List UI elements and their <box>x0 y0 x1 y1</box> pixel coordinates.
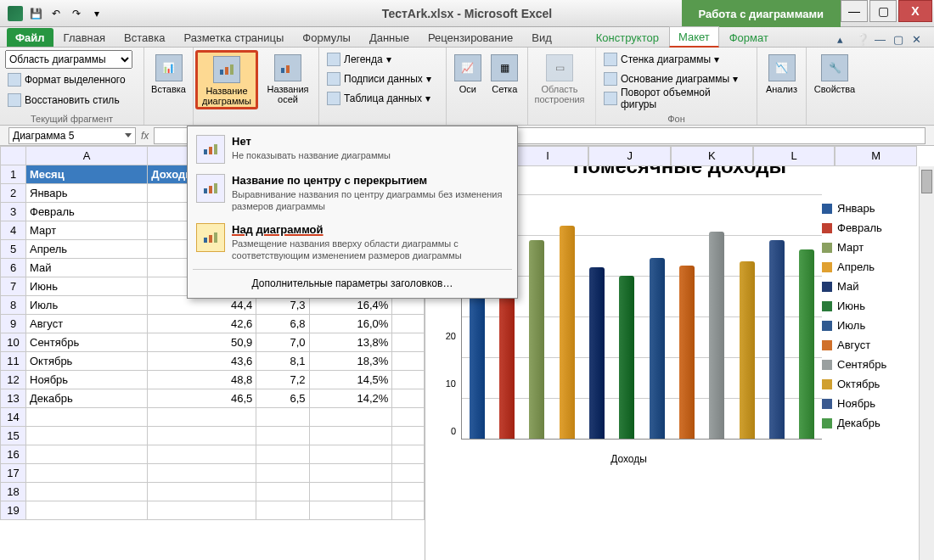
tab-data[interactable]: Данные <box>361 28 418 47</box>
chart-bar[interactable] <box>560 226 575 439</box>
legend-item[interactable]: Январь <box>822 202 924 215</box>
menu-item-none[interactable]: НетНе показывать название диаграммы <box>188 130 517 169</box>
close-button[interactable]: X <box>898 0 932 22</box>
chart-bar[interactable] <box>589 267 605 439</box>
tab-design[interactable]: Конструктор <box>588 28 667 47</box>
axis-titles-button[interactable]: Названия осей <box>262 50 314 109</box>
menu-item-centered-overlay[interactable]: Название по центру с перекрытиемВыравнив… <box>188 169 517 218</box>
window-title: ТестArk.xlsx - Microsoft Excel <box>382 7 553 20</box>
chart-legend[interactable]: ЯнварьФевральМартАпрельМайИюньИюльАвгуст… <box>822 185 924 465</box>
tab-format[interactable]: Формат <box>721 28 777 47</box>
doc-close-icon[interactable]: ✕ <box>912 33 926 47</box>
svg-rect-5 <box>204 149 207 154</box>
legend-button[interactable]: Легенда ▾ <box>324 50 394 69</box>
gridlines-button[interactable]: ▦Сетка <box>487 50 522 109</box>
legend-item[interactable]: Август <box>822 339 924 351</box>
chart-x-label: Доходы <box>436 453 822 465</box>
svg-rect-9 <box>209 186 212 193</box>
help-icon[interactable]: ❔ <box>856 33 869 47</box>
chart-bar[interactable] <box>679 266 695 439</box>
svg-rect-12 <box>209 235 212 243</box>
svg-rect-13 <box>214 232 217 243</box>
chevron-down-icon[interactable] <box>125 133 132 137</box>
axes-button[interactable]: 📈Оси <box>452 50 484 109</box>
svg-rect-8 <box>204 188 207 193</box>
tab-home[interactable]: Главная <box>55 28 114 47</box>
svg-rect-0 <box>220 70 223 75</box>
svg-rect-10 <box>214 183 217 193</box>
data-table-button[interactable]: Таблица данных ▾ <box>324 89 433 108</box>
legend-item[interactable]: Ноябрь <box>822 397 924 410</box>
chart-center-icon <box>196 174 225 203</box>
3d-rotation-button[interactable]: Поворот объемной фигуры <box>601 89 751 108</box>
tab-page-layout[interactable]: Разметка страницы <box>175 28 292 47</box>
scrollbar-thumb[interactable] <box>921 170 932 193</box>
svg-rect-4 <box>286 65 290 73</box>
tab-layout[interactable]: Макет <box>669 26 719 48</box>
name-box[interactable]: Диаграмма 5 <box>8 127 136 144</box>
undo-icon[interactable]: ↶ <box>48 5 65 22</box>
title-bar: 💾 ↶ ↷ ▾ ТестArk.xlsx - Microsoft Excel Р… <box>0 0 934 27</box>
ribbon-body: Область диаграммы Формат выделенного Вос… <box>0 48 934 126</box>
ribbon-tab-strip: Файл Главная Вставка Разметка страницы Ф… <box>0 27 934 48</box>
tab-insert[interactable]: Вставка <box>115 28 173 47</box>
chart-bar[interactable] <box>769 240 785 439</box>
menu-more-options[interactable]: Дополнительные параметры заголовков… <box>188 272 517 294</box>
analysis-button[interactable]: 📉Анализ <box>762 50 801 109</box>
properties-button[interactable]: 🔧Свойства <box>812 50 858 109</box>
svg-rect-2 <box>230 64 234 75</box>
qat-customize-icon[interactable]: ▾ <box>88 5 105 22</box>
chart-floor-button[interactable]: Основание диаграммы ▾ <box>601 70 740 88</box>
svg-rect-3 <box>281 68 284 73</box>
tab-review[interactable]: Рецензирование <box>419 28 521 47</box>
chart-bar[interactable] <box>709 232 724 439</box>
vertical-scrollbar[interactable] <box>919 166 934 560</box>
chart-bar[interactable] <box>619 276 634 439</box>
save-icon[interactable]: 💾 <box>27 5 44 22</box>
fx-icon[interactable]: fx <box>141 130 149 142</box>
redo-icon[interactable]: ↷ <box>68 5 85 22</box>
legend-item[interactable]: Март <box>822 241 924 254</box>
chart-bar[interactable] <box>529 240 544 439</box>
legend-item[interactable]: Октябрь <box>822 378 924 390</box>
group-current-selection: Текущий фрагмент <box>5 112 138 124</box>
insert-button[interactable]: 📊Вставка <box>149 50 188 109</box>
maximize-button[interactable]: ▢ <box>869 0 897 22</box>
doc-minimize-icon[interactable]: — <box>875 33 888 47</box>
data-labels-button[interactable]: Подписи данных ▾ <box>324 70 434 88</box>
chart-bar[interactable] <box>799 249 814 439</box>
tab-formulas[interactable]: Формулы <box>294 28 359 47</box>
legend-item[interactable]: Декабрь <box>822 417 924 429</box>
doc-restore-icon[interactable]: ▢ <box>893 33 907 47</box>
legend-item[interactable]: Июнь <box>822 300 924 312</box>
legend-item[interactable]: Сентябрь <box>822 358 924 371</box>
chart-title-button[interactable]: Название диаграммы <box>195 50 258 109</box>
legend-item[interactable]: Февраль <box>822 221 924 234</box>
chart-tools-title: Работа с диаграммами <box>682 0 841 27</box>
legend-item[interactable]: Май <box>822 280 924 293</box>
svg-rect-7 <box>214 144 217 154</box>
reset-style-button[interactable]: Восстановить стиль <box>5 91 122 109</box>
plot-area-button: ▭Область построения <box>533 50 586 109</box>
chart-wall-button[interactable]: Стенка диаграммы ▾ <box>601 50 722 69</box>
chart-none-icon <box>196 135 225 164</box>
svg-rect-1 <box>225 67 228 75</box>
tab-file[interactable]: Файл <box>7 28 53 47</box>
minimize-button[interactable]: — <box>841 0 868 22</box>
chart-above-icon <box>196 223 225 252</box>
chart-element-selector[interactable]: Область диаграммы <box>5 50 132 69</box>
group-background: Фон <box>601 112 751 124</box>
legend-item[interactable]: Апрель <box>822 260 924 273</box>
menu-item-above-chart[interactable]: Над диаграммойРазмещение названия вверху… <box>188 218 517 267</box>
svg-rect-6 <box>209 147 212 154</box>
chart-title-menu: НетНе показывать название диаграммы Назв… <box>187 126 518 299</box>
excel-app-icon[interactable] <box>7 5 24 22</box>
tab-view[interactable]: Вид <box>523 28 560 47</box>
chart-bar[interactable] <box>740 261 755 439</box>
minimize-ribbon-icon[interactable]: ▴ <box>837 33 851 47</box>
legend-item[interactable]: Июль <box>822 319 924 332</box>
format-selection-button[interactable]: Формат выделенного <box>5 70 128 89</box>
svg-rect-11 <box>204 238 207 243</box>
chart-bar[interactable] <box>650 258 665 439</box>
